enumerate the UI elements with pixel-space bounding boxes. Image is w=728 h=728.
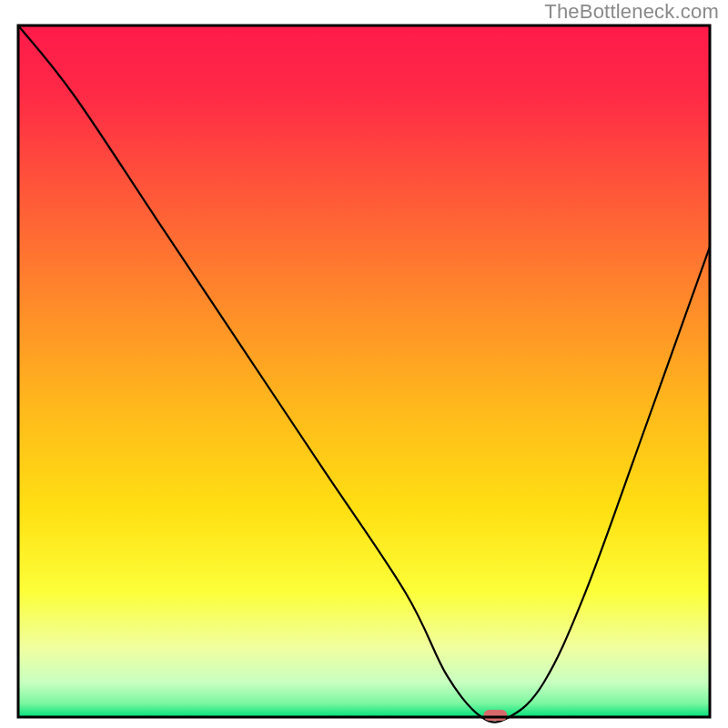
plot-background-gradient [18,25,710,717]
optimal-point-marker [483,710,507,721]
bottleneck-chart [0,0,728,728]
